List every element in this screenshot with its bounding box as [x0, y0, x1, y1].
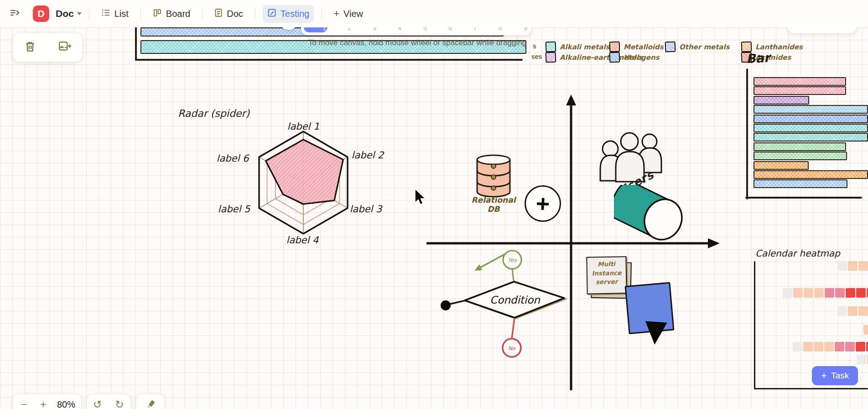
heatmap-cell — [814, 288, 824, 298]
flow-condition-label: Condition — [490, 294, 541, 306]
tab-label: List — [114, 9, 129, 19]
divider — [202, 8, 203, 20]
tab-list[interactable]: List — [97, 5, 133, 23]
redo-icon: ↻ — [115, 399, 124, 409]
bar — [754, 124, 868, 132]
tab-testing[interactable]: Testing — [263, 5, 314, 23]
workspace-logo[interactable]: D — [33, 5, 49, 22]
undo-button[interactable]: ↺ — [88, 395, 107, 409]
heatmap-title[interactable]: Calendar heatmap — [755, 248, 840, 259]
chevron-down-icon — [77, 12, 82, 15]
whiteboard-app: Alkali metalsMetalloidsOther metalsLanth… — [0, 0, 868, 409]
radar-label-3: label 3 — [350, 204, 383, 215]
canvas-hint-text: To move canvas, hold mouse wheel or spac… — [299, 38, 536, 47]
flow-yes-label: Yes — [508, 257, 517, 263]
heatmap-cell — [793, 288, 803, 298]
heatmap-cell — [845, 342, 855, 351]
zoom-controls: − + 80% — [13, 394, 81, 409]
tab-label: Doc — [227, 9, 243, 19]
partial-chart-y-axis — [135, 26, 137, 61]
bar-chart-title[interactable]: Bar — [746, 51, 770, 66]
legend-label: Lanthanides — [755, 43, 803, 51]
heatmap-cell — [856, 342, 865, 351]
condition-flowchart-drawing[interactable]: Yes Condition No — [431, 244, 584, 365]
bar-chart-x-axis — [745, 197, 862, 199]
sticky-note-multi-instance[interactable]: Multi Instance server — [586, 256, 629, 296]
bar — [754, 96, 809, 105]
partial-chart-x-axis — [135, 59, 523, 61]
tab-board[interactable]: Board — [148, 5, 195, 23]
legend-item[interactable]: Lanthanides — [741, 42, 803, 52]
zoom-in-button[interactable]: + — [34, 395, 52, 409]
legend-item[interactable]: Halogens — [609, 52, 660, 63]
heatmap-cell — [837, 306, 847, 316]
heatmap-cell — [783, 288, 792, 298]
heatmap-cell — [846, 288, 855, 298]
bar — [754, 152, 847, 160]
legend-label: Metalloids — [624, 43, 664, 51]
bar — [754, 161, 809, 170]
heatmap-cell — [848, 306, 858, 316]
zoom-out-button[interactable]: − — [15, 395, 33, 409]
add-task-button[interactable]: + Task — [812, 366, 858, 385]
radar-label-4: label 4 — [286, 235, 319, 246]
heatmap-cell — [858, 261, 868, 271]
redo-button[interactable]: ↻ — [110, 395, 129, 409]
legend-item[interactable]: Metalloids — [609, 42, 664, 52]
heatmap-cell — [804, 288, 813, 298]
zoom-level[interactable]: 80% — [53, 399, 79, 409]
heatmap-cell — [856, 288, 866, 298]
bar — [754, 170, 868, 179]
radar-label-6: label 6 — [217, 153, 249, 164]
eraser-icon — [145, 399, 155, 409]
heatmap-cell — [848, 261, 858, 271]
heatmap-cell — [793, 342, 802, 351]
whiteboard-edit-icon — [267, 8, 276, 20]
heatmap-cell — [824, 342, 834, 351]
sidebar-expand-button[interactable] — [9, 7, 20, 20]
heatmap-cell — [825, 288, 834, 298]
radar-chart-drawing[interactable]: label 1 label 2 label 3 label 4 label 5 … — [201, 116, 406, 253]
radar-label-5: label 5 — [218, 204, 251, 215]
heatmap-cell — [866, 342, 868, 351]
sticky-note-text: Multi Instance server — [586, 259, 627, 287]
add-view-button[interactable]: + View — [329, 5, 368, 22]
radar-label-1: label 1 — [287, 121, 320, 132]
bar — [754, 86, 846, 95]
black-triangle-drawing[interactable] — [644, 321, 667, 345]
tab-doc[interactable]: Doc — [210, 5, 248, 23]
legend-swatch — [609, 52, 620, 63]
relational-db-label: Relational DB — [464, 195, 523, 214]
history-controls: ↺ ↻ — [87, 394, 130, 409]
flow-no-label: No — [509, 346, 516, 351]
selection-actions-panel — [13, 33, 82, 62]
tab-label: Board — [166, 9, 190, 19]
add-view-label: View — [343, 9, 363, 19]
workspace-switcher[interactable]: Doc — [56, 8, 82, 19]
delete-button[interactable] — [17, 35, 43, 60]
eraser-panel — [136, 394, 164, 409]
legend-swatch — [741, 42, 752, 52]
radar-label-2: label 2 — [352, 150, 385, 161]
undo-icon: ↺ — [93, 399, 102, 409]
legend-item[interactable]: Alkali metals — [546, 42, 610, 52]
eraser-button[interactable] — [141, 395, 159, 409]
teal-cylinder-drawing[interactable] — [614, 185, 691, 249]
plus-icon: + — [821, 370, 827, 382]
bar — [754, 105, 868, 114]
list-icon — [101, 8, 110, 20]
doc-icon — [214, 8, 223, 20]
legend-swatch — [665, 42, 676, 52]
heatmap-cell — [814, 342, 823, 351]
legend-label: Alkali metals — [560, 43, 610, 51]
divider — [140, 8, 141, 20]
whiteboard-canvas[interactable]: Alkali metalsMetalloidsOther metalsLanth… — [0, 27, 868, 409]
heatmap-x-axis — [754, 388, 868, 389]
legend-swatch — [546, 52, 556, 63]
relational-db-drawing[interactable] — [474, 153, 514, 199]
heatmap-cell — [803, 342, 813, 351]
legend-item[interactable]: Other metals — [665, 42, 730, 52]
board-icon — [153, 8, 162, 20]
bar — [754, 133, 868, 142]
export-image-button[interactable] — [52, 35, 78, 60]
